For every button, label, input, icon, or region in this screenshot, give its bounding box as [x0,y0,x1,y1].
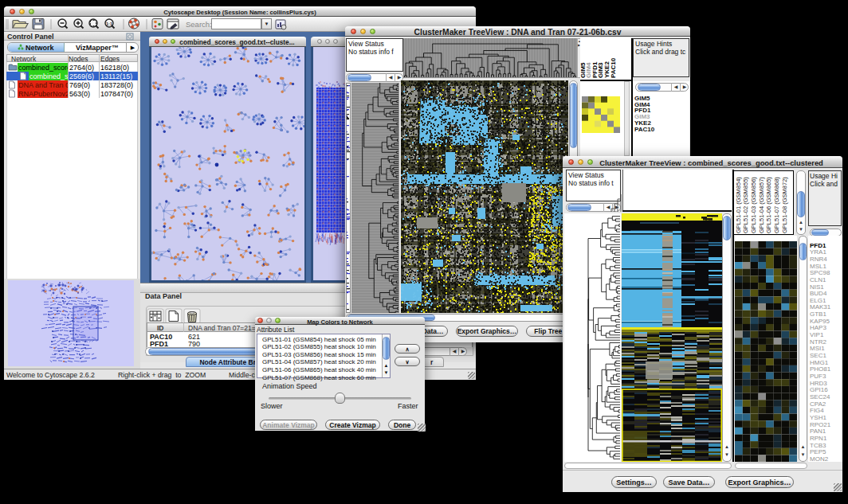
svg-text:YSH1: YSH1 [810,414,826,421]
svg-text:BUD4: BUD4 [810,290,827,297]
svg-text:GPL51-07 (GSM868): GPL51-07 (GSM868) [773,177,780,233]
svg-text:HRD3: HRD3 [810,380,827,387]
svg-text:PFD1: PFD1 [810,242,826,249]
svg-text:GPL51-08 (GSM872): GPL51-08 (GSM872) [781,177,788,233]
svg-text:MAK31: MAK31 [810,303,831,311]
svg-text:HAP3: HAP3 [810,324,826,331]
svg-text:MON2: MON2 [810,455,829,462]
svg-text:GTB1: GTB1 [810,311,826,318]
svg-text:SEC24: SEC24 [810,393,830,400]
svg-text:RNR4: RNR4 [810,256,827,263]
svg-text:PUF3: PUF3 [810,373,826,380]
svg-text:GPL51-01 (GSM854): GPL51-01 (GSM854) [735,177,742,233]
svg-text:MSI1: MSI1 [810,345,825,352]
svg-text:GPL51-03 (GSM856): GPL51-03 (GSM856) [750,177,757,233]
svg-text:CLN1: CLN1 [810,276,826,283]
svg-text:NTR2: NTR2 [810,338,826,346]
svg-text:SPC98: SPC98 [810,269,830,276]
svg-text:HMG1: HMG1 [810,359,829,366]
svg-text:GPL51-04 (GSM857): GPL51-04 (GSM857) [758,177,765,233]
svg-text:PEP5: PEP5 [810,448,826,455]
svg-text:GPL51-02 (GSM855): GPL51-02 (GSM855) [742,177,749,233]
svg-text:GPL51-06 (GSM865): GPL51-06 (GSM865) [765,177,772,233]
svg-text:PAN1: PAN1 [810,428,826,435]
svg-text:TCB3: TCB3 [810,442,826,449]
svg-text:FIG4: FIG4 [810,407,824,414]
svg-text:PAC10: PAC10 [610,57,617,78]
svg-text:1:1: 1:1 [106,21,112,26]
